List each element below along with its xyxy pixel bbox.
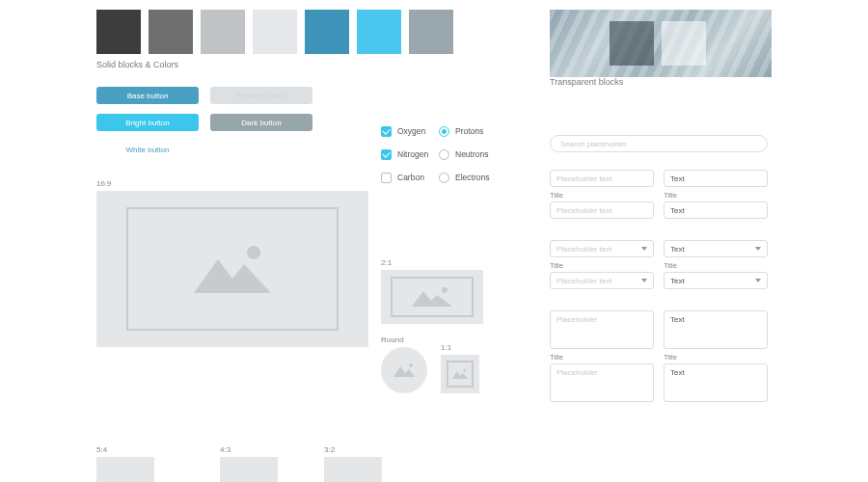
swatch-4 [253,10,297,54]
textarea-placeholder-titled[interactable]: Placeholder [550,363,654,402]
checkbox-label: Nitrogen [397,149,428,159]
image-placeholder-43 [220,457,278,482]
bright-button[interactable]: Bright button [96,114,199,131]
text-input-placeholder-titled[interactable]: Placeholder text [550,201,654,219]
ratio-label-round: Round [381,335,427,344]
swatch-6 [357,10,401,54]
svg-point-2 [247,246,260,259]
field-label: Title [664,191,768,200]
text-input-placeholder[interactable]: Placeholder text [550,170,654,187]
svg-point-4 [442,287,448,293]
svg-marker-1 [194,259,271,293]
select-placeholder[interactable]: Placeholder text [550,240,654,257]
text-input-value-titled[interactable]: Text [664,201,768,219]
field-label: Title [550,353,654,362]
chevron-down-icon [641,279,647,282]
ratio-label-43: 4:3 [220,445,278,454]
white-button[interactable]: White button [96,141,199,158]
dark-button[interactable]: Dark button [210,114,312,131]
svg-marker-3 [412,291,452,307]
ratio-label-11: 1:1 [441,343,479,352]
chevron-down-icon [755,247,761,251]
field-label: Title [550,261,654,270]
image-placeholder-round [381,347,427,393]
radio-label: Neutrons [455,149,489,159]
image-placeholder-54 [96,457,154,482]
swatch-3 [201,10,245,54]
image-placeholder-11 [441,355,479,393]
swatch-5 [305,10,349,54]
swatch-7 [409,10,453,54]
radio-label: Electrons [455,173,489,182]
radio-electrons[interactable] [439,173,449,183]
checkbox-label: Carbon [397,173,424,182]
field-label: Title [664,261,768,270]
svg-point-8 [464,369,467,372]
image-placeholder-32 [324,457,382,482]
field-label: Title [550,191,654,200]
search-input[interactable]: Search placeholder [550,135,768,152]
swatch-1 [96,10,141,54]
color-swatches [96,10,521,54]
transparent-sample [550,10,772,77]
text-input-value[interactable]: Text [664,170,768,187]
transparent-caption: Transparent blocks [550,77,772,87]
checkbox-nitrogen[interactable] [381,149,392,160]
select-placeholder-titled[interactable]: Placeholder text [550,272,654,289]
transparent-swatch-light [662,21,706,66]
textarea-placeholder[interactable]: Placeholder [550,310,654,349]
field-label: Title [664,353,768,362]
checkbox-carbon[interactable] [381,173,392,183]
radio-group: Protons Neutrons Electrons [439,123,516,193]
select-value-titled[interactable]: Text [664,272,768,289]
checkbox-label: Oxygen [397,126,425,136]
select-value[interactable]: Text [664,240,768,257]
radio-neutrons[interactable] [439,149,449,160]
palette-caption: Solid blocks & Colors [96,60,521,69]
textarea-value[interactable]: Text [664,310,768,349]
ratio-label-21: 2:1 [381,258,483,267]
textarea-value-titled[interactable]: Text [664,363,768,402]
radio-label: Protons [455,126,483,136]
transparent-swatch-dark [610,21,654,66]
svg-point-6 [409,363,413,367]
image-placeholder-21 [381,270,483,324]
svg-marker-5 [393,366,415,377]
swatch-2 [149,10,193,54]
svg-marker-7 [452,371,468,379]
base-button[interactable]: Base button [96,87,199,104]
ratio-label-32: 3:2 [324,445,382,454]
chevron-down-icon [755,279,761,282]
checkbox-oxygen[interactable] [381,126,392,137]
image-placeholder-169 [96,191,368,347]
radio-protons[interactable] [439,126,449,137]
ratio-label-54: 5:4 [96,445,154,454]
chevron-down-icon [641,247,647,251]
passive-button[interactable]: Passive button [210,87,312,104]
